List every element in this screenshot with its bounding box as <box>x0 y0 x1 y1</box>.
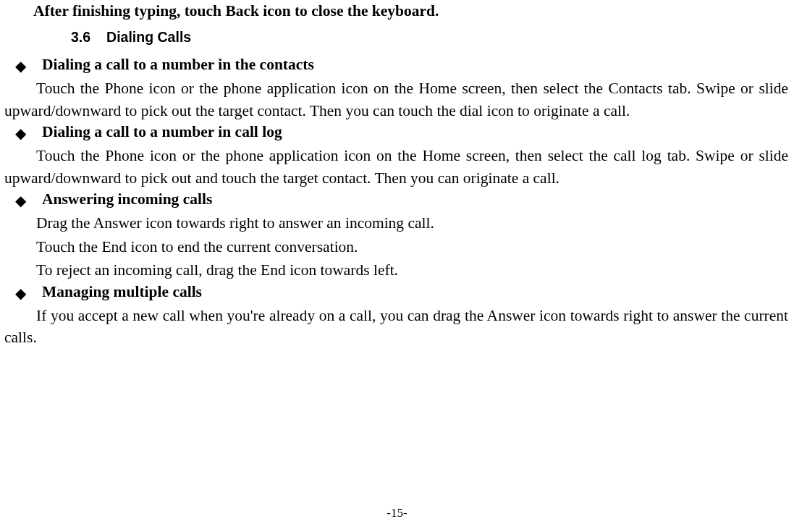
diamond-icon: ◆ <box>15 193 26 208</box>
intro-text: After finishing typing, touch Back icon … <box>33 2 788 20</box>
bullet-heading: Answering incoming calls <box>42 190 212 208</box>
bullet-heading: Dialing a call to a number in the contac… <box>42 56 314 74</box>
section-title: Dialing Calls <box>106 29 191 45</box>
bullet-row: ◆ Answering incoming calls <box>15 190 788 208</box>
body-paragraph: To reject an incoming call, drag the End… <box>4 259 788 282</box>
diamond-icon: ◆ <box>15 286 26 300</box>
bullet-row: ◆ Managing multiple calls <box>15 283 788 301</box>
bullet-row: ◆ Dialing a call to a number in the cont… <box>15 56 788 74</box>
bullet-heading: Managing multiple calls <box>42 283 202 301</box>
diamond-icon: ◆ <box>15 59 26 73</box>
diamond-icon: ◆ <box>15 126 26 140</box>
bullet-row: ◆ Dialing a call to a number in call log <box>15 123 788 141</box>
body-paragraph: Drag the Answer icon towards right to an… <box>4 212 788 235</box>
section-heading: 3.6Dialing Calls <box>71 29 788 46</box>
page-number: -15- <box>0 506 794 520</box>
body-paragraph: Touch the Phone icon or the phone applic… <box>4 145 788 189</box>
body-paragraph: Touch the End icon to end the current co… <box>4 236 788 258</box>
bullet-heading: Dialing a call to a number in call log <box>42 123 282 141</box>
body-paragraph: Touch the Phone icon or the phone applic… <box>4 77 788 122</box>
body-paragraph: If you accept a new call when you're alr… <box>4 305 788 349</box>
section-number: 3.6 <box>71 29 90 45</box>
